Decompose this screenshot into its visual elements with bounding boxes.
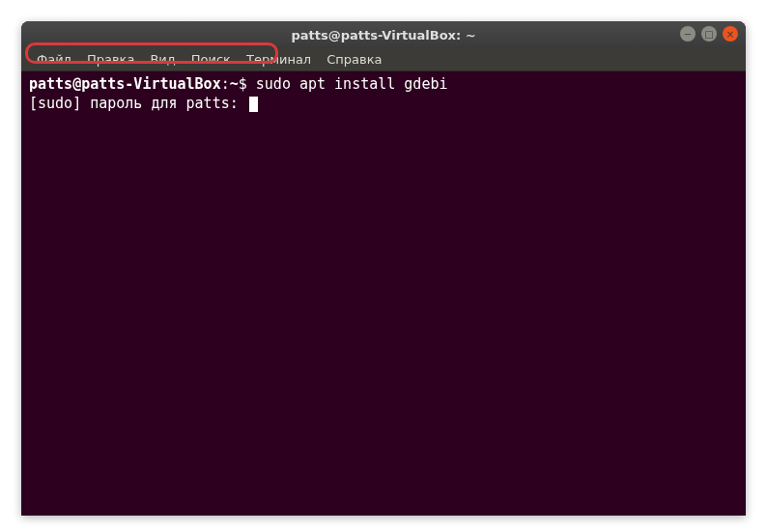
- menu-edit[interactable]: Правка: [79, 52, 142, 67]
- prompt-sep1: :: [221, 75, 230, 93]
- menu-file[interactable]: Файл: [29, 52, 79, 67]
- terminal-body[interactable]: patts@patts-VirtualBox:~$ sudo apt insta…: [21, 71, 746, 516]
- menu-view[interactable]: Вид: [142, 52, 183, 67]
- terminal-line-2: [sudo] пароль для patts:: [29, 95, 738, 114]
- minimize-icon: −: [684, 29, 692, 40]
- maximize-button[interactable]: □: [701, 26, 717, 42]
- window-title: patts@patts-VirtualBox: ~: [291, 28, 475, 42]
- close-icon: ×: [726, 29, 734, 40]
- terminal-window: patts@patts-VirtualBox: ~ − □ × Файл Пра…: [21, 21, 746, 516]
- cursor-icon: [249, 97, 258, 112]
- menubar: Файл Правка Вид Поиск Терминал Справка: [21, 48, 746, 71]
- menu-help[interactable]: Справка: [319, 52, 389, 67]
- menu-search[interactable]: Поиск: [184, 52, 239, 67]
- close-button[interactable]: ×: [723, 26, 738, 42]
- terminal-line-1: patts@patts-VirtualBox:~$ sudo apt insta…: [29, 75, 738, 95]
- sudo-password-prompt: [sudo] пароль для patts:: [29, 95, 247, 114]
- maximize-icon: □: [704, 29, 713, 40]
- minimize-button[interactable]: −: [680, 26, 696, 42]
- prompt-user: patts@patts-VirtualBox: [29, 75, 221, 93]
- menu-terminal[interactable]: Терминал: [239, 52, 319, 67]
- titlebar[interactable]: patts@patts-VirtualBox: ~ − □ ×: [21, 21, 746, 48]
- prompt-path: ~: [230, 75, 239, 93]
- prompt-sep2: $: [239, 75, 256, 93]
- command-text: sudo apt install gdebi: [256, 75, 448, 93]
- window-controls: − □ ×: [680, 26, 738, 42]
